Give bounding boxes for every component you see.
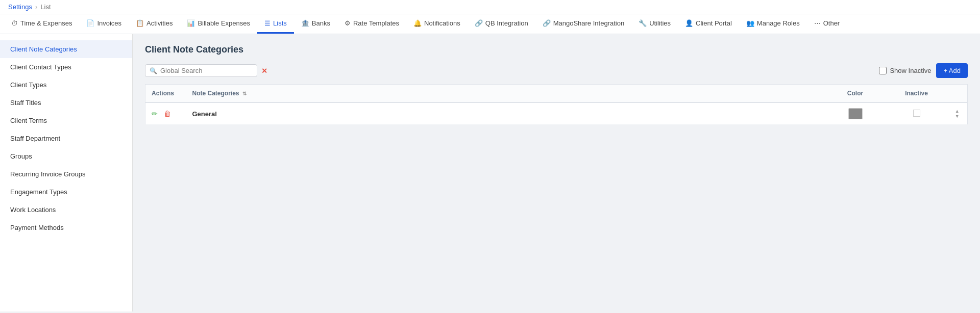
notifications-icon: 🔔 <box>413 19 422 27</box>
row-actions: ✏ 🗑 <box>145 102 186 125</box>
sidebar-item-staff-department[interactable]: Staff Department <box>0 129 132 147</box>
sidebar-item-staff-titles[interactable]: Staff Titles <box>0 94 132 112</box>
show-inactive-label[interactable]: Show Inactive <box>879 67 931 74</box>
tab-activities[interactable]: 📋 Activities <box>129 14 180 34</box>
tab-lists[interactable]: ☰ Lists <box>257 14 294 34</box>
breadcrumb-current: List <box>40 3 51 11</box>
row-inactive <box>886 102 947 125</box>
sidebar-item-work-locations[interactable]: Work Locations <box>0 201 132 219</box>
sort-icon-note-categories: ⇅ <box>242 91 247 96</box>
breadcrumb-settings[interactable]: Settings <box>8 3 32 11</box>
data-table: Actions Note Categories ⇅ Color Inactive <box>145 84 968 125</box>
color-swatch[interactable] <box>848 108 863 119</box>
toolbar: 🔍 ✕ Show Inactive + Add <box>145 63 968 78</box>
toolbar-right: Show Inactive + Add <box>879 63 968 78</box>
rate-templates-icon: ⚙ <box>345 19 351 27</box>
row-arrows-cell: ▲ ▼ <box>947 102 968 125</box>
utilities-icon: 🔧 <box>639 19 647 27</box>
tab-manage-roles[interactable]: 👥 Manage Roles <box>739 14 807 34</box>
sidebar-item-payment-methods[interactable]: Payment Methods <box>0 219 132 237</box>
toolbar-left: 🔍 ✕ <box>145 64 267 77</box>
qb-integration-icon: 🔗 <box>475 19 483 27</box>
row-color[interactable] <box>825 102 886 125</box>
nav-tabs: ⏱ Time & Expenses 📄 Invoices 📋 Activitie… <box>0 14 980 34</box>
tab-notifications[interactable]: 🔔 Notifications <box>406 14 468 34</box>
search-box[interactable]: 🔍 <box>145 64 257 77</box>
activities-icon: 📋 <box>136 19 144 27</box>
other-icon: ⋯ <box>814 19 821 27</box>
move-up-button[interactable]: ▲ <box>955 109 960 114</box>
col-header-arrows <box>947 85 968 103</box>
col-header-color: Color <box>825 85 886 103</box>
move-down-button[interactable]: ▼ <box>955 114 960 119</box>
tab-other[interactable]: ⋯ Other <box>807 14 847 34</box>
manage-roles-icon: 👥 <box>746 19 754 27</box>
table-row: ✏ 🗑 General ▲ ▼ <box>145 102 968 125</box>
breadcrumb-bar: Settings › List <box>0 0 980 14</box>
row-note-category: General <box>186 102 825 125</box>
mangoshare-icon: 🔗 <box>543 19 551 27</box>
banks-icon: 🏦 <box>301 19 309 27</box>
search-icon: 🔍 <box>150 67 157 74</box>
tab-rate-templates[interactable]: ⚙ Rate Templates <box>337 14 406 34</box>
client-portal-icon: 👤 <box>685 19 693 27</box>
show-inactive-checkbox[interactable] <box>879 67 887 74</box>
clear-search-button[interactable]: ✕ <box>261 67 267 75</box>
sidebar-item-recurring-invoice-groups[interactable]: Recurring Invoice Groups <box>0 165 132 183</box>
time-expenses-icon: ⏱ <box>11 19 18 27</box>
lists-icon: ☰ <box>264 19 271 27</box>
col-header-inactive: Inactive <box>886 85 947 103</box>
tab-utilities[interactable]: 🔧 Utilities <box>631 14 678 34</box>
billable-expenses-icon: 📊 <box>187 19 195 27</box>
tab-billable-expenses[interactable]: 📊 Billable Expenses <box>180 14 257 34</box>
row-arrows: ▲ ▼ <box>953 109 962 119</box>
tab-mangoshare-integration[interactable]: 🔗 MangoShare Integration <box>535 14 631 34</box>
breadcrumb-separator: › <box>35 3 37 11</box>
tab-qb-integration[interactable]: 🔗 QB Integration <box>468 14 535 34</box>
invoices-icon: 📄 <box>86 19 94 27</box>
search-input[interactable] <box>160 67 253 74</box>
tab-invoices[interactable]: 📄 Invoices <box>79 14 129 34</box>
content-area: Client Note Categories 🔍 ✕ Show Inactive… <box>133 34 980 311</box>
sidebar: Client Note Categories Client Contact Ty… <box>0 34 133 311</box>
edit-button[interactable]: ✏ <box>152 110 158 118</box>
table-header-row: Actions Note Categories ⇅ Color Inactive <box>145 85 968 103</box>
show-inactive-text: Show Inactive <box>890 67 931 74</box>
tab-time-expenses[interactable]: ⏱ Time & Expenses <box>4 14 79 34</box>
col-header-note-categories[interactable]: Note Categories ⇅ <box>186 85 825 103</box>
page-title: Client Note Categories <box>145 44 968 55</box>
tab-client-portal[interactable]: 👤 Client Portal <box>678 14 739 34</box>
delete-button[interactable]: 🗑 <box>164 110 171 118</box>
tab-banks[interactable]: 🏦 Banks <box>294 14 337 34</box>
inactive-checkbox[interactable] <box>913 110 920 117</box>
main-layout: Client Note Categories Client Contact Ty… <box>0 34 980 311</box>
col-header-actions: Actions <box>145 85 186 103</box>
sidebar-item-client-note-categories[interactable]: Client Note Categories <box>0 40 132 58</box>
sidebar-item-client-contact-types[interactable]: Client Contact Types <box>0 58 132 76</box>
sidebar-item-client-types[interactable]: Client Types <box>0 76 132 94</box>
sidebar-item-engagement-types[interactable]: Engagement Types <box>0 183 132 201</box>
sidebar-item-groups[interactable]: Groups <box>0 147 132 165</box>
add-button[interactable]: + Add <box>936 63 968 78</box>
sidebar-item-client-terms[interactable]: Client Terms <box>0 112 132 129</box>
